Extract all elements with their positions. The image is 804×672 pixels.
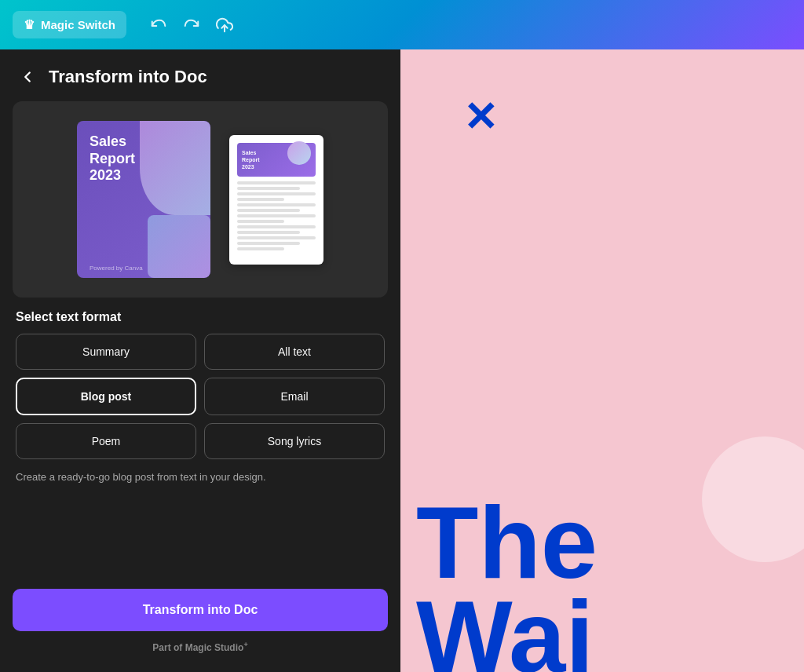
format-section-label: Select text format bbox=[16, 310, 385, 324]
back-button[interactable] bbox=[16, 65, 39, 89]
format-hint: Create a ready-to-go blog post from text… bbox=[16, 470, 385, 484]
format-grid: Summary All text Blog post Email Poem So… bbox=[16, 334, 385, 459]
transform-button[interactable]: Transform into Doc bbox=[13, 589, 388, 631]
toolbar: ♛ Magic Switch bbox=[0, 0, 804, 49]
main-layout: Transform into Doc Sales Report 2023 Pow… bbox=[0, 49, 804, 672]
format-btn-blog-post[interactable]: Blog post bbox=[16, 378, 196, 415]
preview-area: Sales Report 2023 Powered by Canva Sales… bbox=[13, 101, 388, 298]
magic-studio-label: Part of Magic Studio+ bbox=[13, 631, 388, 659]
slide-footer: Powered by Canva bbox=[90, 265, 143, 272]
slide-preview-large: Sales Report 2023 Powered by Canva bbox=[77, 121, 210, 278]
canvas-text-wai: Wai bbox=[416, 586, 594, 672]
right-canvas: ✕ The Wai bbox=[400, 49, 804, 672]
magic-switch-label: Magic Switch bbox=[41, 18, 115, 31]
upload-button[interactable] bbox=[211, 12, 238, 38]
doc-preview-small: Sales Report 2023 bbox=[229, 135, 323, 265]
undo-button[interactable] bbox=[145, 12, 172, 38]
magic-switch-button[interactable]: ♛ Magic Switch bbox=[13, 11, 126, 38]
doc-small-lines bbox=[237, 181, 316, 250]
format-btn-email[interactable]: Email bbox=[204, 378, 385, 415]
crown-icon: ♛ bbox=[24, 17, 35, 32]
panel-header: Transform into Doc bbox=[0, 49, 400, 101]
panel-title: Transform into Doc bbox=[49, 67, 207, 87]
format-btn-poem[interactable]: Poem bbox=[16, 423, 196, 459]
format-section: Select text format Summary All text Blog… bbox=[0, 310, 400, 589]
format-btn-song-lyrics[interactable]: Song lyrics bbox=[204, 423, 385, 459]
close-x-icon: ✕ bbox=[463, 97, 498, 137]
transform-section: Transform into Doc Part of Magic Studio+ bbox=[0, 589, 400, 672]
toolbar-actions bbox=[145, 12, 238, 38]
canvas-text-the: The bbox=[416, 491, 598, 593]
circle-shape bbox=[702, 436, 804, 562]
redo-button[interactable] bbox=[178, 12, 205, 38]
format-btn-summary[interactable]: Summary bbox=[16, 334, 196, 370]
format-btn-all-text[interactable]: All text bbox=[204, 334, 385, 370]
left-panel: Transform into Doc Sales Report 2023 Pow… bbox=[0, 49, 400, 672]
canvas-inner: ✕ The Wai bbox=[400, 49, 804, 672]
